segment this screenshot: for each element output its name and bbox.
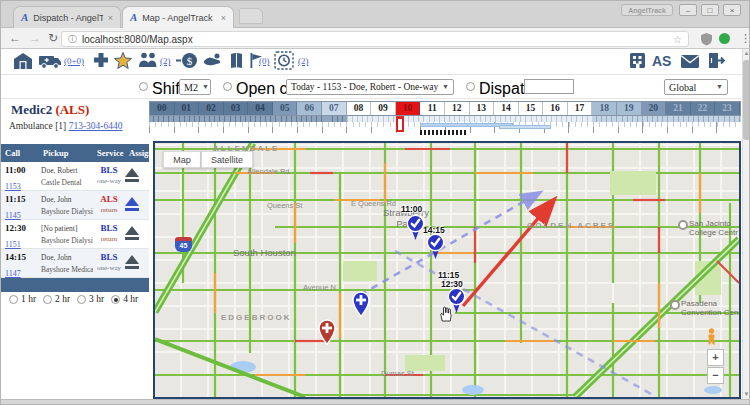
url-box[interactable]: ⓘ localhost:8080/Map.aspx ☆ [61,31,689,47]
tab-close-icon[interactable]: × [221,13,226,23]
clock-icon[interactable] [274,51,294,74]
range-radio-1hr[interactable]: 1 hr [9,294,36,304]
scroll-up-icon[interactable]: ▲ [742,50,750,56]
unit-phone-link[interactable]: 713-304-6440 [69,121,123,131]
pin-station-red[interactable] [317,319,337,349]
map-canvas[interactable]: Map Satellite 45 + − ALLENDALEAllendale … [153,141,741,399]
hour-cell-23[interactable]: 23 [715,102,740,115]
scrollbar-thumb[interactable] [743,60,750,140]
hour-cell-20[interactable]: 20 [642,102,667,115]
pin-post-blue[interactable] [351,291,371,321]
crew-count-link[interactable]: (2) [160,56,171,66]
money-icon[interactable]: $ [176,52,198,73]
hour-cell-19[interactable]: 19 [617,102,642,115]
hour-cell-15[interactable]: 15 [519,102,544,115]
call-id-link[interactable]: 1147 [5,269,21,278]
maximize-button[interactable]: □ [701,4,719,16]
scope-select[interactable]: Global▼ [664,79,728,95]
hour-cell-16[interactable]: 16 [543,102,568,115]
assign-button[interactable] [125,255,139,269]
call-facility: Bayshore Dialysis [41,207,93,216]
hour-cell-12[interactable]: 12 [445,102,470,115]
range-radio-2hr[interactable]: 2 hr [43,294,70,304]
hour-cell-08[interactable]: 08 [347,102,372,115]
close-button[interactable]: × [723,4,741,16]
open-call-select[interactable]: Today - 1153 - Doe, Robert - One-way - M… [286,79,454,95]
map-type-satellite-button[interactable]: Satellite [201,151,253,168]
medical-cross-icon[interactable] [93,52,109,72]
back-icon[interactable]: ← [9,30,21,47]
extension-green-icon[interactable] [719,33,730,44]
assign-button[interactable] [125,197,139,211]
window-bottom-frame [1,399,750,405]
call-time: 12:30 [5,223,39,233]
hour-cell-18[interactable]: 18 [592,102,617,115]
crew-icon[interactable] [138,52,158,72]
call-id-link[interactable]: 1151 [5,240,21,249]
hour-cell-09[interactable]: 09 [371,102,396,115]
shift-count-link[interactable]: (2) [298,56,309,66]
browser-menu-icon[interactable]: ⋮ [740,32,750,45]
flag-count-link[interactable]: (0) [259,56,270,66]
hour-cell-14[interactable]: 14 [494,102,519,115]
station-icon[interactable] [13,52,33,74]
supplies-icon[interactable] [229,52,244,73]
scroll-down-icon[interactable]: ▼ [742,391,750,397]
shift-select[interactable]: M2▼ [179,79,211,95]
pin-call-1415[interactable] [425,233,446,264]
hour-cell-10[interactable]: 10 [396,102,421,115]
hour-cell-13[interactable]: 13 [470,102,495,115]
call-id-link[interactable]: 1153 [5,182,21,191]
hour-cell-22[interactable]: 22 [691,102,716,115]
hour-cell-06[interactable]: 06 [297,102,322,115]
range-radio-4hr[interactable]: 4 hr [111,294,138,304]
star-icon[interactable] [114,52,132,73]
hour-cell-01[interactable]: 01 [175,102,200,115]
forward-icon[interactable]: → [29,30,41,47]
dispatch-radio[interactable] [466,82,475,91]
tab-map[interactable]: A Map - AngelTrack × [122,6,234,28]
call-time: 11:15 [5,194,39,204]
hand-pickup-icon[interactable] [203,52,222,71]
logout-icon[interactable] [707,52,726,73]
hour-cell-02[interactable]: 02 [199,102,224,115]
call-facility: Castle Dental [41,178,93,187]
call-row-1145: 11:151145Doe, JohnBayshore DialysisALSre… [1,191,149,220]
new-tab-button[interactable] [239,8,263,24]
ambulance-icon[interactable] [38,52,62,73]
map-zoom-in-button[interactable]: + [707,349,724,366]
call-time: 14:15 [5,252,39,262]
pin-call-1100[interactable] [405,214,426,245]
hour-cell-04[interactable]: 04 [248,102,273,115]
reload-icon[interactable]: ↻ [48,30,58,47]
hour-cell-11[interactable]: 11 [420,102,445,115]
range-radio-3hr[interactable]: 3 hr [77,294,104,304]
call-id-link[interactable]: 1145 [5,211,21,220]
url-text: localhost:8080/Map.aspx [82,34,193,45]
extension-shield-icon[interactable] [700,32,713,46]
tab-dispatch[interactable]: A Dispatch - AngelTrack × [13,6,121,28]
ambulance-count-link[interactable]: (0+0) [64,56,84,66]
hour-cell-17[interactable]: 17 [568,102,593,115]
tab-close-icon[interactable]: × [108,13,113,23]
page-info-icon[interactable]: ⓘ [68,33,77,46]
hour-cell-03[interactable]: 03 [224,102,249,115]
hour-cell-05[interactable]: 05 [273,102,298,115]
hour-cell-21[interactable]: 21 [666,102,691,115]
assign-button[interactable] [125,226,139,240]
user-initials[interactable]: AS [652,53,671,69]
assign-button[interactable] [125,168,139,182]
shift-radio[interactable] [139,82,148,91]
map-type-map-button[interactable]: Map [163,151,201,168]
map-zoom-out-button[interactable]: − [707,367,724,384]
dispatch-input[interactable] [524,79,574,94]
call-row-1147: 14:151147Doe, JohnBayshore Medical CBLSo… [1,249,149,278]
mail-icon[interactable] [680,54,700,73]
hour-cell-07[interactable]: 07 [322,102,347,115]
minimize-button[interactable]: – [679,4,697,16]
office-icon[interactable] [628,52,647,73]
hour-cell-00[interactable]: 00 [150,102,175,115]
bookmark-star-icon[interactable]: ☆ [673,34,682,45]
pegman[interactable] [706,328,717,349]
open-call-radio[interactable] [223,82,232,91]
